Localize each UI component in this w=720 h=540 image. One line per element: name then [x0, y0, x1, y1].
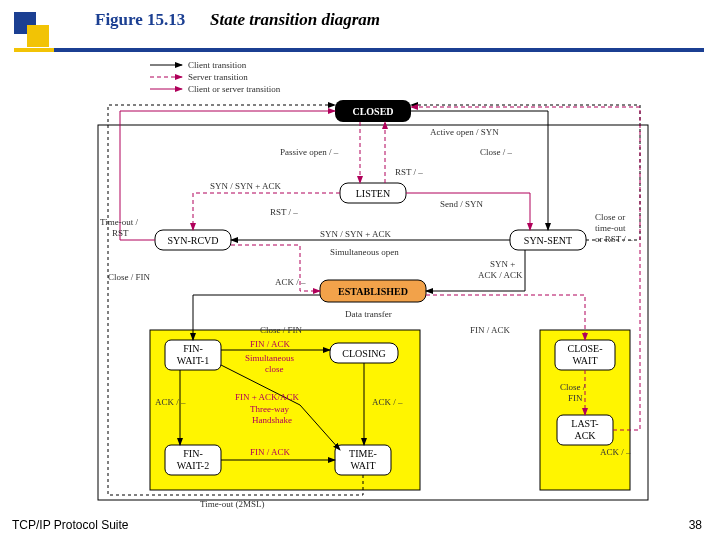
svg-text:Time-out (2MSL): Time-out (2MSL) — [200, 499, 264, 509]
svg-text:RST: RST — [112, 228, 129, 238]
svg-text:SYN-RCVD: SYN-RCVD — [167, 235, 218, 246]
svg-text:LISTEN: LISTEN — [356, 188, 390, 199]
diagram: Client transition Server transition Clie… — [0, 55, 720, 515]
svg-text:Close / FIN: Close / FIN — [108, 272, 151, 282]
bullet-icon — [14, 12, 54, 52]
header-rule — [14, 48, 704, 52]
svg-text:FIN + ACK/ACK: FIN + ACK/ACK — [235, 392, 300, 402]
svg-text:SYN / SYN + ACK: SYN / SYN + ACK — [210, 181, 282, 191]
legend-both: Client or server transition — [188, 84, 281, 94]
svg-text:CLOSE-: CLOSE- — [568, 343, 603, 354]
figure-label: Figure 15.13 — [95, 10, 185, 30]
svg-text:FIN-: FIN- — [183, 448, 202, 459]
svg-text:ACK / –: ACK / – — [275, 277, 306, 287]
footer-text: TCP/IP Protocol Suite — [12, 518, 129, 532]
svg-text:Close /: Close / — [560, 382, 586, 392]
legend-server: Server transition — [188, 72, 248, 82]
svg-text:time-out: time-out — [595, 223, 626, 233]
svg-text:FIN / ACK: FIN / ACK — [250, 339, 291, 349]
svg-text:Send / SYN: Send / SYN — [440, 199, 484, 209]
svg-text:ACK / –: ACK / – — [600, 447, 631, 457]
svg-text:RST / –: RST / – — [395, 167, 423, 177]
svg-text:Close / FIN: Close / FIN — [260, 325, 303, 335]
svg-text:Simultaneous: Simultaneous — [245, 353, 294, 363]
svg-text:SYN +: SYN + — [490, 259, 515, 269]
svg-text:FIN / ACK: FIN / ACK — [470, 325, 511, 335]
page-number: 38 — [689, 518, 702, 532]
header-notch — [14, 48, 54, 52]
svg-text:SYN-SENT: SYN-SENT — [524, 235, 572, 246]
svg-text:Simultaneous open: Simultaneous open — [330, 247, 399, 257]
legend-client: Client transition — [188, 60, 247, 70]
svg-text:Close / –: Close / – — [480, 147, 513, 157]
svg-text:Three-way: Three-way — [250, 404, 289, 414]
svg-text:WAIT-1: WAIT-1 — [177, 355, 209, 366]
svg-text:Handshake: Handshake — [252, 415, 292, 425]
svg-text:FIN: FIN — [568, 393, 583, 403]
svg-text:RST / –: RST / – — [270, 207, 298, 217]
svg-text:CLOSING: CLOSING — [342, 348, 385, 359]
svg-text:SYN / SYN + ACK: SYN / SYN + ACK — [320, 229, 392, 239]
svg-text:Close or: Close or — [595, 212, 625, 222]
svg-text:CLOSED: CLOSED — [352, 106, 393, 117]
svg-text:LAST-: LAST- — [571, 418, 598, 429]
svg-text:FIN / ACK: FIN / ACK — [250, 447, 291, 457]
svg-text:FIN-: FIN- — [183, 343, 202, 354]
svg-text:WAIT-2: WAIT-2 — [177, 460, 209, 471]
svg-text:or RST / –: or RST / – — [595, 234, 633, 244]
svg-text:Passive open / –: Passive open / – — [280, 147, 339, 157]
svg-text:WAIT: WAIT — [573, 355, 598, 366]
legend: Client transition Server transition Clie… — [150, 60, 281, 94]
figure-title: State transition diagram — [210, 10, 380, 30]
svg-text:ACK / –: ACK / – — [372, 397, 403, 407]
svg-text:ACK: ACK — [574, 430, 596, 441]
svg-text:close: close — [265, 364, 284, 374]
slide: Figure 15.13 State transition diagram Cl… — [0, 0, 720, 540]
svg-text:Time-out /: Time-out / — [100, 217, 138, 227]
svg-text:ESTABLISHED: ESTABLISHED — [338, 286, 408, 297]
svg-text:Data transfer: Data transfer — [345, 309, 392, 319]
svg-text:ACK / –: ACK / – — [155, 397, 186, 407]
svg-text:ACK / ACK: ACK / ACK — [478, 270, 523, 280]
svg-text:WAIT: WAIT — [351, 460, 376, 471]
svg-text:Active open / SYN: Active open / SYN — [430, 127, 499, 137]
svg-text:TIME-: TIME- — [349, 448, 377, 459]
